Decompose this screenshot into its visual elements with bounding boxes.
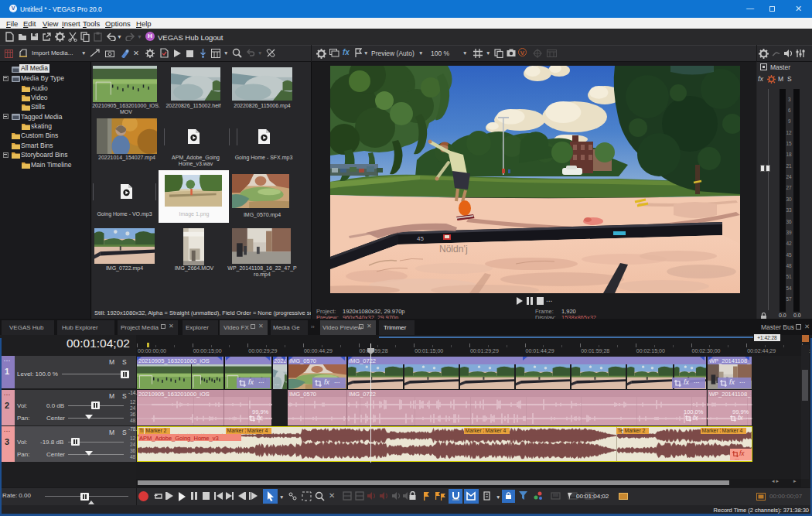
svg-text:45: 45 (417, 235, 424, 242)
svg-text:Nöldn’j: Nöldn’j (439, 244, 468, 255)
